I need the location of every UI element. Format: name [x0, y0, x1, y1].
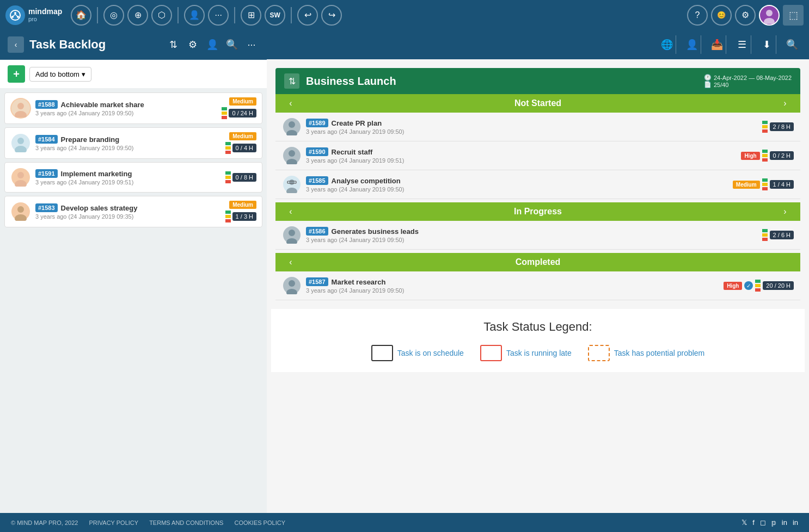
task-item[interactable]: #1588 Achievable market share 3 years ag… — [4, 92, 262, 124]
task-name: Prepare branding — [61, 135, 120, 144]
bar-red — [762, 129, 768, 133]
nav-more-btn[interactable]: ··· — [208, 5, 229, 26]
completed-title: Completed — [297, 257, 779, 267]
nav-undo-btn[interactable]: ↩ — [297, 5, 318, 26]
sprint-task-name: Create PR plan — [332, 119, 382, 127]
hours-text: 2 / 6 H — [770, 231, 794, 239]
not-started-next[interactable]: › — [779, 98, 792, 108]
nav-3d-btn[interactable]: ⬡ — [151, 5, 172, 26]
task-id: #1588 — [35, 100, 58, 109]
legend-item-late: Task is running late — [480, 345, 572, 361]
user-icon[interactable]: 👤 — [205, 37, 220, 52]
priority-badge: High — [724, 282, 742, 290]
sprint-task-item[interactable]: #1587 Market research 3 years ago (24 Ja… — [275, 271, 800, 300]
globe-icon[interactable]: 🌐 — [658, 35, 676, 54]
nav-avatar[interactable] — [759, 5, 780, 26]
social-pinterest[interactable]: 𝕡 — [771, 518, 776, 527]
export-icon[interactable]: ⬇ — [758, 35, 776, 54]
list-icon[interactable]: ☰ — [733, 35, 751, 54]
user-icon[interactable]: 👤 — [683, 35, 701, 54]
svg-point-0 — [10, 10, 20, 20]
logo: mindmappro — [5, 5, 62, 25]
sprint-task-item[interactable]: #1585 Analyse competition 3 years ago (2… — [275, 170, 800, 199]
nav-grid-btn[interactable]: ⊞ — [241, 5, 261, 26]
task-id-name: #1584 Prepare branding — [35, 135, 221, 144]
nav-flow-btn[interactable]: ⊕ — [127, 5, 148, 26]
search-icon[interactable]: 🔍 — [224, 37, 240, 52]
svg-point-10 — [17, 103, 24, 109]
nav-home-btn[interactable]: 🏠 — [71, 5, 91, 26]
nav-feedback-btn[interactable]: 😊 — [711, 5, 732, 26]
sprint-task-id-name: #1590 Recruit staff — [306, 147, 737, 156]
search-icon[interactable]: 🔍 — [783, 35, 801, 54]
bar-yellow — [762, 233, 768, 237]
hours-container: 1 / 3 H — [225, 211, 256, 222]
footer-privacy[interactable]: PRIVACY POLICY — [89, 519, 138, 526]
sprint-task-item[interactable]: #1590 Recruit staff 3 years ago (24 Janu… — [275, 141, 800, 170]
nav-help-btn[interactable]: ? — [687, 5, 708, 26]
settings-icon[interactable]: ⚙ — [185, 37, 200, 52]
task-item[interactable]: #1583 Develop sales strategy 3 years ago… — [4, 196, 262, 227]
bar-group — [762, 150, 768, 162]
bar-green — [762, 121, 768, 124]
in-progress-next[interactable]: › — [779, 207, 792, 216]
sprint-task-date: 3 years ago (24 January 2019 09:50) — [306, 237, 758, 243]
left-header: ‹ Task Backlog ⇅ ⚙ 👤 🔍 ··· — [0, 30, 267, 60]
task-info: #1583 Develop sales strategy 3 years ago… — [35, 203, 221, 220]
completed-prev[interactable]: ‹ — [284, 257, 297, 267]
priority-badge: Medium — [229, 201, 256, 209]
bar-red — [222, 116, 227, 119]
bookmark-icon[interactable]: 📥 — [708, 35, 726, 54]
nav-logout-btn[interactable]: ⬚ — [783, 5, 804, 26]
task-date: 3 years ago (24 January 2019 09:50) — [35, 110, 217, 116]
social-linkedin[interactable]: in — [793, 518, 798, 527]
social-twitter[interactable]: 𝕏 — [741, 518, 747, 527]
bar-green — [762, 229, 768, 232]
priority-badge: Medium — [229, 97, 256, 106]
social-facebook[interactable]: f — [752, 518, 755, 527]
sprint-dates-text: 24-Apr-2022 — 08-May-2022 — [714, 75, 792, 81]
sprint-meta: 🕐 24-Apr-2022 — 08-May-2022 📄 25/40 — [704, 74, 792, 88]
sprint-task-name: Recruit staff — [332, 148, 373, 156]
add-task-button[interactable]: + — [8, 65, 25, 83]
bar-yellow — [225, 215, 231, 218]
in-progress-prev[interactable]: ‹ — [284, 207, 297, 216]
bar-red — [225, 219, 231, 222]
sprint-task-avatar — [282, 225, 302, 245]
social-linkedin-in[interactable]: in — [782, 518, 787, 527]
task-id: #1591 — [35, 169, 58, 178]
nav-user-btn[interactable]: 👤 — [184, 5, 205, 26]
task-item[interactable]: #1584 Prepare branding 3 years ago (24 J… — [4, 127, 262, 159]
nav-redo-btn[interactable]: ↪ — [321, 5, 342, 26]
not-started-title: Not Started — [297, 98, 779, 108]
bar-red — [762, 187, 768, 190]
social-instagram[interactable]: ◻ — [760, 518, 766, 527]
footer-socials: 𝕏 f ◻ 𝕡 in in — [741, 518, 798, 527]
nav-settings-btn[interactable]: ⚙ — [735, 5, 756, 26]
nav-mind-btn[interactable]: ◎ — [103, 5, 124, 26]
nav-sep-2 — [177, 7, 179, 23]
add-to-bottom-button[interactable]: Add to bottom ▾ — [29, 67, 91, 82]
task-name: Achievable market share — [61, 101, 144, 109]
sprint-task-id: #1587 — [306, 277, 328, 286]
sprint-task-info: #1589 Create PR plan 3 years ago (24 Jan… — [306, 119, 758, 135]
bar-group — [755, 280, 761, 292]
footer-cookies[interactable]: COOKIES POLICY — [234, 519, 285, 526]
not-started-prev[interactable]: ‹ — [284, 98, 297, 108]
sprint-tasks-text: 25/40 — [714, 82, 729, 88]
back-button[interactable]: ‹ — [8, 36, 24, 53]
completed-header: ‹ Completed — [275, 253, 800, 271]
sprint-move-icon[interactable]: ⇅ — [284, 73, 299, 89]
sprint-task-item[interactable]: #1586 Generates business leads 3 years a… — [275, 221, 800, 250]
task-item[interactable]: #1591 Implement marketing 3 years ago (2… — [4, 162, 262, 193]
add-dropdown-icon[interactable]: ▾ — [82, 70, 85, 78]
sprint-task-info: #1586 Generates business leads 3 years a… — [306, 227, 758, 243]
ellipsis-icon[interactable]: ··· — [244, 37, 259, 52]
sprint-task-name: Generates business leads — [332, 227, 419, 236]
sprint-task-item[interactable]: #1589 Create PR plan 3 years ago (24 Jan… — [275, 113, 800, 141]
bar-green — [762, 150, 768, 153]
nav-sw-btn[interactable]: SW — [265, 5, 285, 26]
footer-terms[interactable]: TERMS AND CONDITIONS — [149, 519, 223, 526]
sort-icon[interactable]: ⇅ — [166, 37, 181, 52]
bar-group — [762, 178, 768, 190]
